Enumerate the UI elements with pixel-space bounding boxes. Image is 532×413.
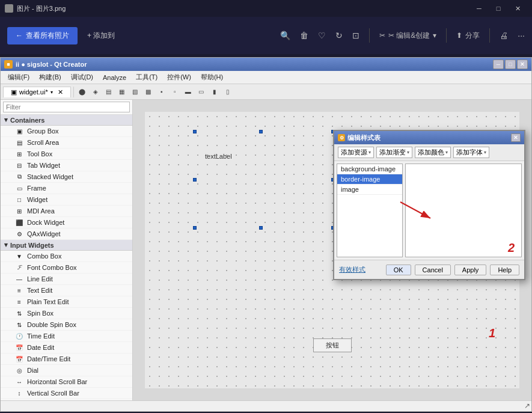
input-widgets-category[interactable]: ▾ Input Widgets bbox=[1, 240, 132, 251]
back-label: 查看所有照片 bbox=[26, 31, 69, 41]
widget-v-scroll-bar[interactable]: ↕ Vertical Scroll Bar bbox=[1, 388, 132, 399]
canvas-text-label[interactable]: textLabel bbox=[205, 153, 232, 160]
crop-button[interactable]: ⊡ bbox=[352, 31, 359, 40]
widget-h-scroll-bar[interactable]: ↔ Horizontal Scroll Bar bbox=[1, 376, 132, 388]
zoom-in-button[interactable]: 🔍 bbox=[280, 31, 290, 40]
menu-analyze[interactable]: Analyze bbox=[98, 73, 131, 82]
tb-btn-7[interactable]: ▪ bbox=[156, 86, 168, 98]
filter-input[interactable] bbox=[3, 102, 130, 112]
dialog-body: background-image border-image image bbox=[334, 161, 524, 260]
dialog-close-button[interactable]: ✕ bbox=[511, 133, 521, 142]
cancel-button[interactable]: Cancel bbox=[415, 265, 451, 275]
tb-btn-1[interactable]: ⬤ bbox=[76, 86, 88, 98]
valid-style-label[interactable]: 有效样式 bbox=[339, 265, 382, 274]
h-scroll-bar-icon: ↔ bbox=[15, 378, 23, 386]
style-editor[interactable] bbox=[405, 164, 522, 257]
widget-plain-text-edit[interactable]: ≡ Plain Text Edit bbox=[1, 296, 132, 308]
rotate-button[interactable]: ↻ bbox=[335, 31, 343, 40]
delete-button[interactable]: 🗑 bbox=[300, 31, 308, 40]
widget-dial[interactable]: ◎ Dial bbox=[1, 365, 132, 376]
widget-label: Tool Box bbox=[27, 150, 52, 158]
edit-label: ✂ 编辑&创建 bbox=[388, 31, 430, 41]
close-button[interactable]: ✕ bbox=[508, 1, 527, 16]
widget-label: Stacked Widget bbox=[27, 173, 73, 180]
qt-close-button[interactable]: ✕ bbox=[517, 60, 528, 69]
ok-button[interactable]: OK bbox=[386, 265, 411, 275]
widget-mdi-area[interactable]: ⊞ MDI Area bbox=[1, 206, 132, 217]
widget-combo-box[interactable]: ▼ Combo Box bbox=[1, 251, 132, 262]
add-font-dropdown[interactable]: 添加字体 ▾ bbox=[453, 147, 489, 158]
qt-restore-button[interactable]: □ bbox=[505, 60, 516, 69]
tb-btn-4[interactable]: ▦ bbox=[116, 86, 128, 98]
style-item-background-image[interactable]: background-image bbox=[337, 164, 402, 174]
style-item-image[interactable]: image bbox=[337, 185, 402, 195]
canvas-button[interactable]: 按钮 bbox=[313, 338, 352, 352]
widget-date-edit[interactable]: 📅 Date Edit bbox=[1, 342, 132, 353]
print-button[interactable]: 🖨 bbox=[500, 31, 508, 40]
add-resource-label: 添加资源 bbox=[341, 148, 367, 157]
line-edit-icon: — bbox=[15, 275, 23, 283]
menu-build[interactable]: 构建(B) bbox=[34, 72, 66, 83]
qt-title-bar: ■ ii ● sigslot - Qt Creator ─ □ ✕ bbox=[1, 58, 531, 71]
widget-group-box[interactable]: ▣ Group Box bbox=[1, 126, 132, 137]
containers-category[interactable]: ▾ Containers bbox=[1, 115, 132, 126]
style-item-border-image[interactable]: border-image bbox=[337, 174, 402, 185]
qt-title-text: ii ● sigslot - Qt Creator bbox=[16, 61, 493, 68]
file-tab[interactable]: ▣ widget.ui* ▾ ✕ bbox=[3, 87, 71, 97]
minimize-button[interactable]: ─ bbox=[469, 1, 489, 16]
file-tab-close[interactable]: ✕ bbox=[58, 88, 63, 96]
favorite-button[interactable]: ♡ bbox=[318, 31, 326, 40]
maximize-button[interactable]: □ bbox=[489, 1, 508, 16]
widget-qax-widget[interactable]: ⚙ QAxWidget bbox=[1, 228, 132, 240]
widget-font-combo-box[interactable]: 𝓕 Font Combo Box bbox=[1, 262, 132, 274]
widget-time-edit[interactable]: 🕐 Time Edit bbox=[1, 331, 132, 342]
add-font-arrow-icon: ▾ bbox=[484, 150, 486, 155]
tb-btn-5[interactable]: ▧ bbox=[129, 86, 141, 98]
menu-help[interactable]: 帮助(H) bbox=[196, 72, 228, 83]
add-color-label: 添加颜色 bbox=[418, 148, 444, 157]
add-resource-dropdown[interactable]: 添加资源 ▾ bbox=[338, 147, 374, 158]
widget-line-edit[interactable]: — Line Edit bbox=[1, 274, 132, 285]
tb-btn-11[interactable]: ▮ bbox=[209, 86, 221, 98]
widget-stacked-widget[interactable]: ⧉ Stacked Widget bbox=[1, 171, 132, 183]
widget-icon: □ bbox=[15, 195, 23, 204]
widget-dock-widget[interactable]: ⬛ Dock Widget bbox=[1, 217, 132, 228]
widget-spin-box[interactable]: ⇅ Spin Box bbox=[1, 308, 132, 319]
menu-widgets[interactable]: 控件(W) bbox=[162, 72, 196, 83]
tb-btn-9[interactable]: ▬ bbox=[182, 86, 194, 98]
widget-datetime-edit[interactable]: 📅 Date/Time Edit bbox=[1, 353, 132, 365]
help-button[interactable]: Help bbox=[490, 265, 519, 275]
menu-tools[interactable]: 工具(T) bbox=[131, 72, 162, 83]
apply-button[interactable]: Apply bbox=[454, 265, 487, 275]
window-controls: ─ □ ✕ bbox=[469, 1, 527, 16]
widget-label: Frame bbox=[27, 185, 46, 192]
add-to-button[interactable]: + 添加到 bbox=[87, 31, 115, 41]
containers-label: Containers bbox=[10, 117, 44, 124]
tb-btn-8[interactable]: ▫ bbox=[169, 86, 181, 98]
more-button[interactable]: ··· bbox=[518, 31, 525, 40]
menu-debug[interactable]: 调试(D) bbox=[66, 72, 98, 83]
add-gradient-dropdown[interactable]: 添加渐变 ▾ bbox=[376, 147, 412, 158]
widget-scroll-area[interactable]: ▤ Scroll Area bbox=[1, 137, 132, 148]
widget-tool-box[interactable]: ⊞ Tool Box bbox=[1, 148, 132, 160]
combo-box-icon: ▼ bbox=[15, 252, 23, 260]
qt-minimize-button[interactable]: ─ bbox=[493, 60, 504, 69]
share-button[interactable]: ⬆ 分享 bbox=[456, 31, 480, 41]
tb-btn-3[interactable]: ▤ bbox=[103, 86, 115, 98]
resize-handle[interactable]: ↗ bbox=[524, 402, 530, 410]
widget-widget[interactable]: □ Widget bbox=[1, 194, 132, 206]
widget-text-edit[interactable]: ≡ Text Edit bbox=[1, 285, 132, 296]
tb-btn-10[interactable]: ▭ bbox=[195, 86, 207, 98]
add-gradient-label: 添加渐变 bbox=[379, 148, 406, 157]
add-color-dropdown[interactable]: 添加颜色 ▾ bbox=[415, 147, 451, 158]
tb-btn-12[interactable]: ▯ bbox=[222, 86, 234, 98]
tb-btn-6[interactable]: ▩ bbox=[142, 86, 154, 98]
widget-frame[interactable]: ▭ Frame bbox=[1, 183, 132, 194]
dial-icon: ◎ bbox=[15, 366, 23, 375]
widget-tab-widget[interactable]: ⊟ Tab Widget bbox=[1, 160, 132, 171]
tb-btn-2[interactable]: ◈ bbox=[90, 86, 102, 98]
menu-edit[interactable]: 编辑(F) bbox=[3, 72, 34, 83]
widget-double-spin-box[interactable]: ⇅ Double Spin Box bbox=[1, 319, 132, 331]
edit-create-button[interactable]: ✂ ✂ 编辑&创建 ▾ bbox=[379, 31, 436, 41]
back-button[interactable]: ← 查看所有照片 bbox=[7, 27, 78, 44]
